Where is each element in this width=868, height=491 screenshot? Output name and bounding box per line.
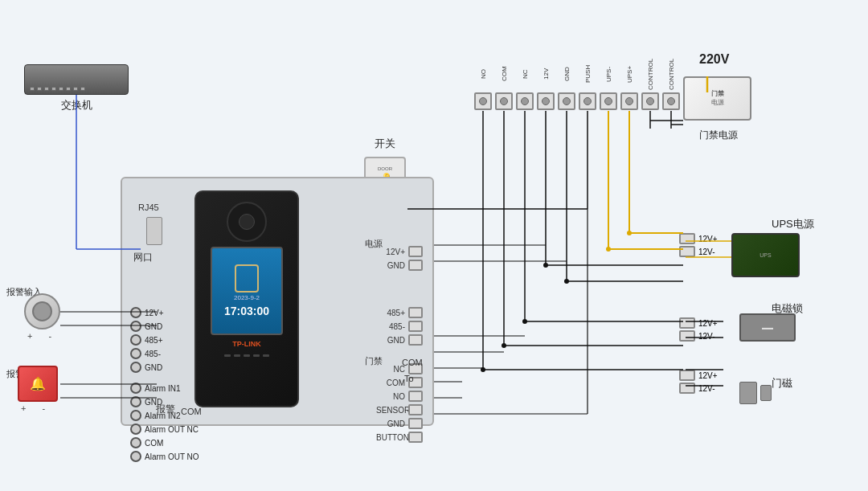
siren-device: 🔔: [18, 366, 58, 402]
top-terminal-label-upsminus: UPS-: [600, 58, 617, 90]
main-device-box: RJ45 网口 2023-9-2 17:03:00 TP-LINK 12V+: [121, 177, 434, 426]
switch-port: [66, 87, 71, 91]
top-terminal-label-push: PUSH: [579, 58, 596, 90]
magnetic-lock-inner: ▬▬: [762, 325, 773, 330]
top-terminal-label-com: COM: [495, 58, 513, 90]
alarm-outnc-label: Alarm OUT NC: [145, 425, 199, 434]
alarm-out-minus: -: [42, 403, 45, 413]
ups-12vplus-row: 12V+: [679, 233, 718, 244]
alarm-input-device: + -: [24, 293, 60, 341]
power-gnd-label: GND: [145, 322, 162, 331]
door-no-terminal: [408, 391, 423, 402]
alarm-out-polarity: + -: [21, 403, 58, 413]
switch-port: [30, 87, 35, 91]
power-section-label: 电源: [365, 238, 383, 250]
rs485-minus-connector: [130, 348, 141, 359]
door-no-lbl: NO: [376, 392, 405, 401]
sensor-12vplus-label: 12V+: [698, 371, 718, 380]
v220-label: 220V: [699, 52, 729, 67]
exit-switch-title: 开关: [364, 137, 406, 151]
ups-12vplus-label: 12V+: [698, 235, 718, 243]
top-terminal-label-nc: NC: [516, 58, 534, 90]
screen-date: 2023-9-2: [234, 294, 260, 301]
alarm-in1-row: Alarm IN1: [130, 383, 199, 394]
rs485-minus-block-row: 485-: [381, 321, 423, 332]
alarm-connector-group: Alarm IN1 GND Alarm IN2 Alarm OUT NC COM…: [130, 383, 199, 462]
sensor-part2: [760, 385, 772, 401]
smoke-detector-inner: [32, 301, 52, 321]
door-button-terminal: [408, 432, 423, 443]
ups-12vminus-row: 12V-: [679, 246, 718, 257]
switch-ports: [30, 87, 85, 91]
top-terminal-block-12v: [537, 92, 555, 110]
switch-device: [24, 64, 129, 95]
top-terminal-block-no: [474, 92, 492, 110]
face-outline: [235, 264, 259, 293]
door-button-block-row: BUTTON: [376, 432, 423, 443]
alarm-outno-connector: [130, 451, 141, 462]
alarm-in-plus: +: [27, 331, 32, 341]
top-terminal-block-com: [495, 92, 513, 110]
com-label-detected2: COM: [181, 407, 202, 416]
alarm-section-label: 报警: [156, 403, 175, 416]
tplink-screen: 2023-9-2 17:03:00: [211, 247, 283, 335]
ups-terminal-group: 12V+ 12V-: [679, 233, 718, 257]
alarm-outno-row: Alarm OUT NO: [130, 451, 199, 462]
lock-12vminus-row: 12V-: [679, 330, 718, 342]
pwr-12vplus-lbl: 12V+: [381, 248, 405, 256]
rs485-plus-row: 485+: [130, 334, 199, 346]
top-terminal-block-push: [579, 92, 596, 110]
top-terminal-label-control1: CONTROL: [641, 58, 659, 90]
top-terminal-block-upsminus: [600, 92, 617, 110]
switch-port: [51, 87, 56, 91]
tplink-brand-label: TP-LINK: [232, 340, 261, 348]
top-terminal-label-12v: 12V: [537, 58, 555, 90]
top-terminal-label-gnd: GND: [558, 58, 575, 90]
switch-device-container: 交换机: [24, 64, 129, 113]
svg-point-34: [606, 247, 611, 252]
alarm-in1-connector: [130, 383, 141, 394]
power-12vplus-block-row: 12V+: [381, 246, 423, 257]
alarm-out-plus: +: [21, 403, 26, 413]
power-12v-row: 12V+: [130, 307, 199, 318]
sensor-part1: [739, 382, 757, 404]
switch-port: [80, 87, 85, 91]
door-sensor-terminal-group: 12V+ 12V-: [679, 370, 718, 394]
rs485-terminal-blocks: 485+ 485- GND: [381, 307, 423, 346]
to-label-detected: To: [404, 374, 414, 383]
power-gnd-connector: [130, 321, 141, 332]
tplink-btn: [234, 354, 240, 357]
lock-12vplus-row: 12V+: [679, 317, 718, 329]
svg-point-33: [564, 279, 569, 284]
door-com-block-row: COM: [376, 377, 423, 388]
door-gnd-lbl: GND: [376, 419, 405, 428]
door-sensor-lbl: SENSOR: [376, 406, 405, 415]
power-gnd-row: GND: [130, 321, 199, 332]
lock-12vminus-terminal: [679, 330, 695, 342]
power-supply-text2: 电源: [711, 99, 724, 107]
tplink-lens: [239, 214, 255, 230]
alarm-in1-label: Alarm IN1: [145, 384, 180, 393]
top-terminal-block-upsplus: [620, 92, 638, 110]
power-connector-group: 12V+ GND 485+ 485- GND: [130, 307, 199, 373]
alarm-com-connector: [130, 437, 141, 448]
power-terminal-blocks: 12V+ GND: [381, 246, 423, 271]
magnetic-lock-terminal-group: 12V+ 12V-: [679, 317, 718, 342]
ups-battery-inner: UPS: [760, 252, 771, 258]
rs485-plus-block-row: 485+: [381, 307, 423, 318]
top-terminal-block-control2: [662, 92, 680, 110]
rs485-plus-label: 485+: [145, 336, 163, 345]
door-nc-lbl: NC: [376, 365, 405, 374]
power-gnd-block-row: GND: [381, 260, 423, 271]
rs485-gnd-connector: [130, 362, 141, 373]
alarm-outno-label: Alarm OUT NO: [145, 452, 199, 461]
alarm-in2-connector: [130, 410, 141, 421]
r485-plus-terminal: [408, 307, 423, 318]
rj45-connector: [146, 217, 162, 245]
power-supply-inner: 门禁 电源: [711, 90, 724, 107]
smoke-detector: [24, 293, 60, 329]
alarm-com-label: COM: [145, 439, 163, 448]
magnetic-lock-device: ▬▬: [739, 313, 796, 342]
svg-point-32: [543, 263, 548, 268]
lock-12vplus-label: 12V+: [698, 319, 718, 328]
